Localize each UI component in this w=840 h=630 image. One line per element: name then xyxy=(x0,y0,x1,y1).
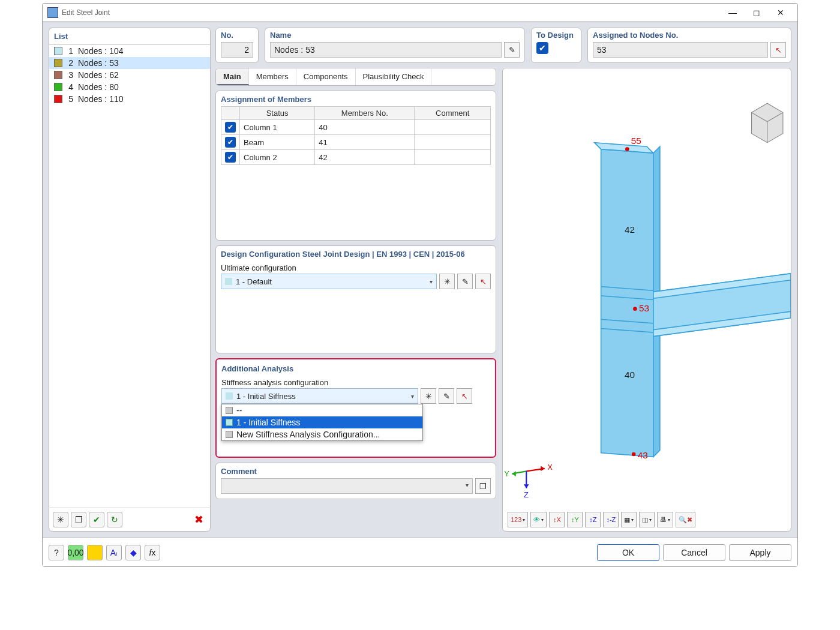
row-checkbox[interactable]: ✔ xyxy=(225,137,236,148)
stiffness-dropdown-list[interactable]: --1 - Initial SiffnessNew Stiffness Anal… xyxy=(221,404,423,441)
iso-view-btn[interactable]: ◫▾ xyxy=(639,512,655,527)
tab-plausibility-check[interactable]: Plausibility Check xyxy=(356,68,432,85)
svg-text:Z: Z xyxy=(524,490,529,499)
labels-toggle[interactable]: 123▾ xyxy=(508,512,528,527)
nav-cube-icon[interactable] xyxy=(752,103,783,142)
config-edit-icon[interactable]: ✎ xyxy=(457,274,473,289)
print-btn[interactable]: 🖶▾ xyxy=(657,512,673,527)
col-membersno: Members No. xyxy=(315,107,415,120)
col-comment: Comment xyxy=(415,107,491,120)
dialog-footer: ? 0,00 Aᵢ ◆ fx OK Cancel Apply xyxy=(43,538,797,566)
text-icon[interactable]: Aᵢ xyxy=(106,545,122,560)
stiffness-new-icon[interactable]: ✳ xyxy=(421,388,436,404)
ok-button[interactable]: OK xyxy=(597,544,659,561)
comment-block: Comment ▾ ❐ xyxy=(215,463,496,499)
svg-point-15 xyxy=(633,307,637,311)
dropdown-option[interactable]: New Stiffness Analysis Configuration... xyxy=(222,428,422,440)
assigned-nodes-value[interactable]: 53 xyxy=(593,42,768,58)
color-chip xyxy=(54,47,62,55)
stiffness-config-dropdown[interactable]: 1 - Initial Siffness ▾ xyxy=(221,388,418,404)
row-checkbox[interactable]: ✔ xyxy=(225,152,236,163)
list-items[interactable]: 1 Nodes : 104 2 Nodes : 53 3 Nodes : 62 … xyxy=(49,45,210,508)
assigned-nodes-field: Assigned to Nodes No. 53 ↖ xyxy=(587,28,791,63)
list-delete-icon[interactable]: ✖ xyxy=(191,512,206,527)
no-value: 2 xyxy=(221,42,253,58)
axis-neg-z-btn[interactable]: ↕-Z xyxy=(603,512,619,527)
units-icon[interactable]: 0,00 xyxy=(68,545,83,560)
list-checkall-icon[interactable]: ✔ xyxy=(89,512,104,527)
chevron-down-icon: ▾ xyxy=(411,393,414,400)
node-label-53: 53 xyxy=(639,303,649,313)
tab-components[interactable]: Components xyxy=(296,68,356,85)
dropdown-option[interactable]: 1 - Initial Siffness xyxy=(222,416,422,428)
to-design-checkbox[interactable]: ✔ xyxy=(536,42,548,54)
additional-analysis-block: Additional Analysis Stiffness analysis c… xyxy=(215,358,496,458)
window-minimize[interactable]: — xyxy=(721,5,745,20)
svg-marker-24 xyxy=(524,484,529,488)
color-icon[interactable] xyxy=(87,545,103,560)
tabs: MainMembersComponentsPlausibility Check xyxy=(215,68,496,86)
rename-icon[interactable]: ✎ xyxy=(504,42,520,58)
chip-icon xyxy=(225,278,232,285)
color-chip xyxy=(54,59,62,67)
svg-marker-21 xyxy=(512,471,516,476)
tab-main[interactable]: Main xyxy=(216,68,249,85)
comment-dropdown[interactable]: ▾ xyxy=(221,478,473,494)
chevron-down-icon: ▾ xyxy=(466,482,469,488)
stiffness-pick-icon[interactable]: ↖ xyxy=(457,388,472,404)
titlebar: Edit Steel Joint — ◻ ✕ xyxy=(43,4,797,22)
chevron-down-icon: ▾ xyxy=(430,278,433,285)
window-close[interactable]: ✕ xyxy=(769,5,793,20)
list-item[interactable]: 3 Nodes : 62 xyxy=(49,69,210,81)
view-toggle[interactable]: 👁▾ xyxy=(530,512,547,527)
table-row[interactable]: ✔ Beam 41 xyxy=(221,135,491,150)
list-item[interactable]: 2 Nodes : 53 xyxy=(49,57,210,69)
member-label-42: 42 xyxy=(625,224,635,235)
list-header: List xyxy=(49,28,210,45)
color-chip xyxy=(54,83,62,91)
help-icon[interactable]: ? xyxy=(49,545,64,560)
axis-y-btn[interactable]: ↕Y xyxy=(567,512,583,527)
no-field: No. 2 xyxy=(215,28,259,63)
list-item[interactable]: 5 Nodes : 110 xyxy=(49,93,210,105)
tab-members[interactable]: Members xyxy=(249,68,296,85)
3d-preview[interactable]: 55 42 53 40 43 X Y xyxy=(502,68,791,532)
config-new-icon[interactable]: ✳ xyxy=(439,274,455,289)
color-chip xyxy=(54,95,62,103)
render-mode[interactable]: ▦▾ xyxy=(621,512,637,527)
row-checkbox[interactable]: ✔ xyxy=(225,122,236,133)
list-panel: List 1 Nodes : 104 2 Nodes : 53 3 Nodes … xyxy=(49,28,211,532)
window-maximize[interactable]: ◻ xyxy=(745,5,769,20)
chip-icon xyxy=(226,419,233,426)
zoom-reset-btn[interactable]: 🔍✖ xyxy=(676,512,695,527)
dropdown-option[interactable]: -- xyxy=(222,404,422,416)
axis-x-btn[interactable]: ↕X xyxy=(549,512,565,527)
layers-icon[interactable]: ◆ xyxy=(125,545,141,560)
apply-button[interactable]: Apply xyxy=(729,544,791,561)
members-table[interactable]: Status Members No. Comment ✔ Column 1 40… xyxy=(221,106,491,165)
color-chip xyxy=(54,71,62,79)
list-copy-icon[interactable]: ❐ xyxy=(71,512,86,527)
comment-library-icon[interactable]: ❐ xyxy=(475,478,491,494)
ultimate-config-dropdown[interactable]: 1 - Default ▾ xyxy=(221,274,437,289)
fx-icon[interactable]: fx xyxy=(145,545,160,560)
list-refresh-icon[interactable]: ↻ xyxy=(107,512,122,527)
axis-z-btn[interactable]: ↕Z xyxy=(585,512,601,527)
config-pick-icon[interactable]: ↖ xyxy=(475,274,491,289)
svg-point-16 xyxy=(632,452,636,457)
svg-text:X: X xyxy=(547,463,553,472)
list-item[interactable]: 4 Nodes : 80 xyxy=(49,81,210,93)
list-new-icon[interactable]: ✳ xyxy=(53,512,68,527)
stiffness-edit-icon[interactable]: ✎ xyxy=(439,388,454,404)
list-item[interactable]: 1 Nodes : 104 xyxy=(49,45,210,57)
cancel-button[interactable]: Cancel xyxy=(663,544,725,561)
node-label-55: 55 xyxy=(631,136,641,146)
app-icon xyxy=(47,7,58,18)
table-row[interactable]: ✔ Column 2 42 xyxy=(221,150,491,165)
pick-node-icon[interactable]: ↖ xyxy=(770,42,786,58)
col-status: Status xyxy=(240,107,315,120)
table-row[interactable]: ✔ Column 1 40 xyxy=(221,120,491,135)
name-field: Name Nodes : 53 ✎ xyxy=(265,28,525,63)
chip-icon xyxy=(226,407,233,414)
name-value: Nodes : 53 xyxy=(270,42,502,58)
